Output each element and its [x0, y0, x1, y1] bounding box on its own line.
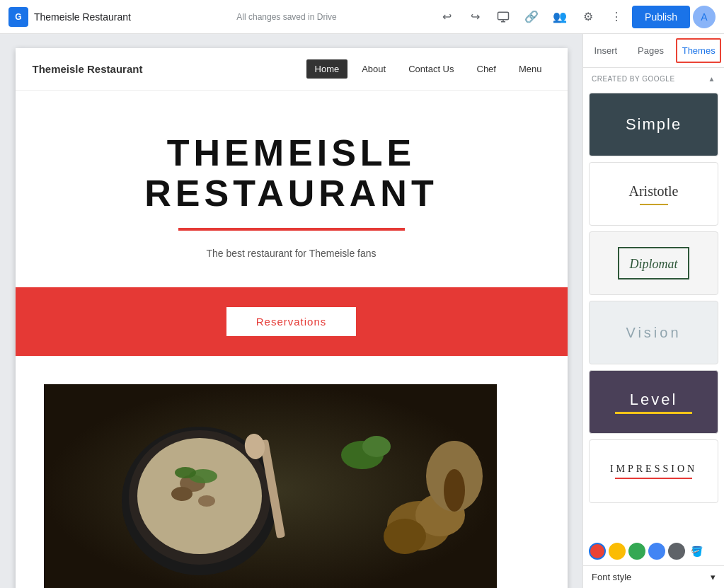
food-image-container: Caption for a popular dish	[16, 356, 568, 588]
svg-point-18	[444, 469, 465, 512]
theme-simple[interactable]: Simple	[589, 93, 718, 156]
publish-button[interactable]: Publish	[632, 6, 690, 28]
font-style-chevron: ▾	[711, 572, 716, 582]
color-picker-button[interactable]: 🪣	[688, 543, 705, 560]
svg-point-11	[175, 467, 196, 478]
nav-contact[interactable]: Contact Us	[400, 59, 462, 79]
save-status: All changes saved in Drive	[145, 12, 428, 22]
svg-rect-0	[498, 12, 509, 20]
panel-tabs: Insert Pages Themes	[583, 34, 724, 68]
theme-vision[interactable]: Vision	[589, 301, 718, 364]
svg-point-8	[171, 487, 193, 501]
tab-themes[interactable]: Themes	[676, 38, 721, 63]
more-button[interactable]: ⋮	[604, 4, 629, 30]
settings-button[interactable]: ⚙	[575, 4, 601, 30]
site-preview: Themeisle Restaurant Home About Contact …	[16, 48, 568, 588]
main-area: Themeisle Restaurant Home About Contact …	[0, 34, 724, 588]
reservations-button[interactable]: Reservations	[226, 307, 357, 336]
tab-pages[interactable]: Pages	[628, 34, 674, 67]
svg-point-20	[362, 436, 391, 457]
svg-point-9	[198, 495, 215, 507]
font-style-label: Font style	[592, 572, 631, 582]
hero-section: THEMEISLE RESTAURANT The best restaurant…	[16, 91, 568, 287]
swatch-blue[interactable]	[648, 543, 665, 560]
theme-impression[interactable]: IMPRESSION	[589, 439, 718, 503]
theme-level[interactable]: Level	[589, 370, 718, 434]
nav-home[interactable]: Home	[306, 59, 348, 79]
swatch-green[interactable]	[628, 543, 645, 560]
nav-chef[interactable]: Chef	[469, 59, 505, 79]
hero-subtitle: The best restaurant for Themeisle fans	[44, 248, 539, 259]
toolbar-actions: ↩ ↪ 🔗 👥 ⚙ ⋮ Publish A	[434, 4, 716, 30]
toolbar: G Themeisle Restaurant All changes saved…	[0, 0, 724, 34]
hero-divider	[178, 228, 405, 231]
user-avatar[interactable]: A	[693, 6, 716, 28]
people-button[interactable]: 👥	[547, 4, 573, 30]
svg-point-6	[137, 438, 262, 554]
undo-button[interactable]: ↩	[434, 4, 459, 30]
swatch-red[interactable]	[589, 543, 606, 560]
link-button[interactable]: 🔗	[519, 4, 544, 30]
app-logo: G	[8, 7, 28, 27]
food-image	[44, 384, 497, 588]
nav-menu[interactable]: Menu	[510, 59, 551, 79]
site-nav: Themeisle Restaurant Home About Contact …	[16, 48, 568, 91]
theme-diplomat[interactable]: Diplomat	[589, 231, 718, 295]
right-panel: Insert Pages Themes Created by Google ▲ …	[582, 34, 724, 588]
site-nav-links: Home About Contact Us Chef Menu	[306, 59, 551, 79]
swatch-gray[interactable]	[668, 543, 685, 560]
preview-button[interactable]	[490, 4, 516, 30]
tab-insert[interactable]: Insert	[583, 34, 628, 67]
swatch-yellow[interactable]	[609, 543, 626, 560]
section-header: Created by Google ▲	[583, 68, 724, 90]
hero-title: THEMEISLE RESTAURANT	[44, 133, 539, 214]
canvas-area: Themeisle Restaurant Home About Contact …	[0, 34, 582, 588]
document-title: Themeisle Restaurant	[34, 11, 131, 23]
font-style-row[interactable]: Font style ▾	[583, 565, 724, 588]
svg-point-16	[384, 519, 426, 554]
nav-about[interactable]: About	[353, 59, 394, 79]
site-brand: Themeisle Restaurant	[33, 63, 306, 75]
redo-button[interactable]: ↪	[462, 4, 488, 30]
reservations-banner: Reservations	[16, 287, 568, 356]
themes-list: Simple Aristotle Diplomat Vision Level	[583, 90, 724, 537]
color-swatches: 🪣	[583, 537, 724, 565]
theme-aristotle[interactable]: Aristotle	[589, 162, 718, 226]
